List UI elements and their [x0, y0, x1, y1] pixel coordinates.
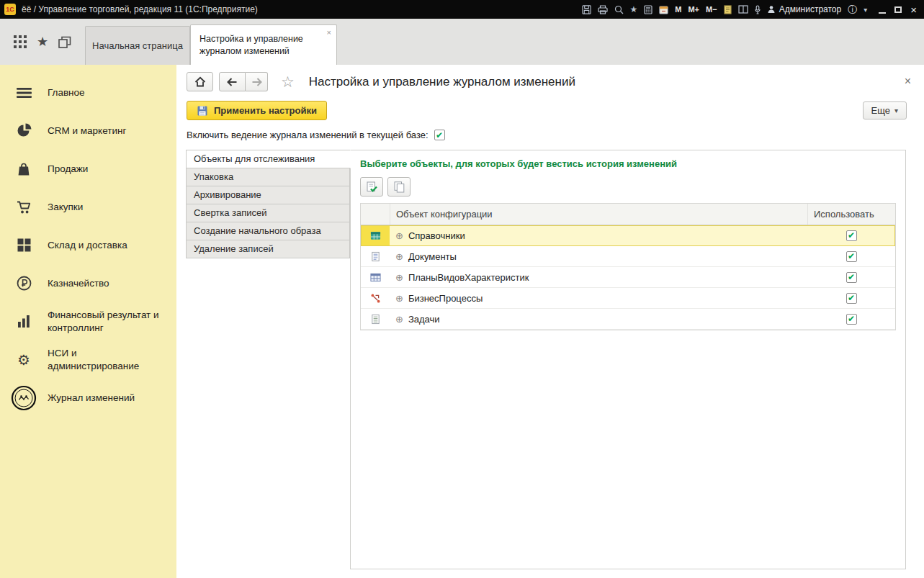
info-icon[interactable]: ⓘ — [848, 5, 857, 14]
object-label: Документы — [408, 251, 457, 262]
calendar-icon[interactable] — [659, 5, 668, 14]
sidebar-item-crm[interactable]: CRM и маркетинг — [0, 112, 176, 150]
chevron-down-icon: ▾ — [894, 107, 898, 114]
maximize-button[interactable] — [894, 6, 902, 13]
sidebar-item-main[interactable]: Главное — [0, 73, 176, 112]
catalog-icon — [361, 225, 390, 245]
app-logo-icon: 1С — [4, 4, 16, 15]
split-window-icon[interactable] — [738, 5, 748, 14]
check-all-icon — [366, 181, 378, 193]
sidebar-item-label: Главное — [48, 86, 85, 99]
memory-minus-button[interactable]: М− — [706, 5, 717, 14]
table-header: Объект конфигурации Использовать — [361, 204, 895, 225]
more-button[interactable]: Еще ▾ — [863, 101, 907, 119]
close-tab-icon[interactable]: × — [327, 27, 331, 38]
settings-tab-delete-records[interactable]: Удаление записей — [186, 240, 350, 258]
table-row-documents[interactable]: ⊕ Документы — [361, 246, 895, 267]
use-column-header[interactable]: Использовать — [807, 204, 895, 225]
form-area: × ☆ Настройка и управление журналом изме… — [176, 65, 924, 578]
minimize-button[interactable] — [879, 12, 886, 14]
sidebar-item-treasury[interactable]: Казначейство — [0, 264, 176, 302]
table-row-char-plans[interactable]: ⊕ ПланыВидовХарактеристик — [361, 267, 895, 288]
command-bar: Применить настройки Еще ▾ — [187, 101, 907, 120]
menu-icon — [0, 87, 48, 99]
save-icon[interactable] — [582, 5, 591, 14]
sidebar-item-label: НСИ и администрирование — [48, 347, 168, 372]
star-add-icon[interactable]: ★ — [630, 5, 638, 14]
current-user[interactable]: Администратор — [767, 4, 842, 14]
home-button[interactable] — [187, 72, 213, 91]
mic-icon[interactable] — [755, 5, 761, 14]
settings-tab-initial-image[interactable]: Создание начального образа — [186, 222, 350, 240]
sections-menu-icon[interactable] — [14, 35, 27, 48]
clipboard-icon[interactable] — [724, 5, 732, 14]
memory-plus-button[interactable]: М+ — [688, 5, 699, 14]
sections-sidebar: Главное CRM и маркетинг Продажи Закупки … — [0, 65, 176, 578]
shopping-cart-icon — [0, 200, 48, 215]
user-name-label: Администратор — [779, 4, 842, 14]
window-controls: × — [879, 4, 920, 15]
enable-journal-label: Включить ведение журнала изменений в тек… — [187, 130, 429, 140]
apply-settings-button[interactable]: Применить настройки — [187, 101, 327, 120]
expand-icon[interactable]: ⊕ — [395, 252, 403, 261]
calculator-icon[interactable] — [644, 5, 652, 14]
table-row-catalogs[interactable]: ⊕ Справочники — [361, 225, 895, 246]
pie-chart-icon — [0, 123, 48, 138]
use-checkbox[interactable] — [846, 314, 857, 325]
quick-panel: ★ — [0, 19, 85, 65]
uncheck-all-button[interactable] — [387, 177, 411, 197]
object-column-header[interactable]: Объект конфигурации — [390, 204, 807, 225]
titlebar: 1С ёё / Управление торговлей, редакция 1… — [0, 0, 924, 19]
forward-button[interactable] — [246, 72, 268, 91]
user-icon — [767, 5, 776, 14]
business-process-icon — [361, 288, 390, 308]
use-checkbox[interactable] — [846, 293, 857, 304]
settings-tab-packing[interactable]: Упаковка — [186, 168, 350, 186]
form-header: ☆ Настройка и управление журналом измене… — [176, 65, 924, 91]
close-window-button[interactable]: × — [910, 4, 917, 15]
table-row-tasks[interactable]: ⊕ Задачи — [361, 309, 895, 330]
expand-icon[interactable]: ⊕ — [395, 294, 403, 303]
favorite-star-icon[interactable]: ☆ — [281, 74, 295, 89]
check-all-button[interactable] — [360, 177, 383, 197]
settings-tab-archiving[interactable]: Архивирование — [186, 186, 350, 204]
print-icon[interactable] — [598, 5, 608, 14]
sidebar-item-label: Закупки — [48, 201, 83, 214]
home-icon — [194, 76, 206, 87]
expand-icon[interactable]: ⊕ — [395, 315, 403, 324]
settings-tab-objects-tracking[interactable]: Объекты для отслеживания — [186, 150, 351, 168]
apply-settings-label: Применить настройки — [214, 105, 317, 116]
table-row-business-processes[interactable]: ⊕ БизнесПроцессы — [361, 288, 895, 309]
task-icon — [361, 309, 390, 329]
sidebar-item-nsi-admin[interactable]: ⚙ НСИ и администрирование — [0, 340, 176, 379]
ruble-circle-icon — [0, 276, 48, 291]
use-checkbox[interactable] — [846, 251, 857, 262]
back-button[interactable] — [219, 72, 246, 91]
back-arrow-icon — [227, 78, 238, 86]
tab-home-page[interactable]: Начальная страница — [85, 26, 190, 65]
sidebar-item-finance[interactable]: Финансовый результат и контроллинг — [0, 302, 176, 340]
sidebar-item-change-log[interactable]: Журнал изменений — [0, 379, 176, 417]
sidebar-item-warehouse[interactable]: Склад и доставка — [0, 226, 176, 264]
favorites-icon[interactable]: ★ — [37, 35, 48, 48]
enable-journal-checkbox[interactable] — [434, 130, 445, 140]
object-label: ПланыВидовХарактеристик — [408, 272, 529, 283]
forward-arrow-icon — [251, 78, 262, 86]
search-icon[interactable] — [614, 5, 624, 14]
objects-table: Объект конфигурации Использовать ⊕ Справ… — [360, 203, 896, 330]
sidebar-item-purchases[interactable]: Закупки — [0, 188, 176, 226]
use-checkbox[interactable] — [846, 230, 857, 241]
shopping-bag-icon — [0, 162, 48, 176]
expand-icon[interactable]: ⊕ — [395, 231, 403, 240]
use-checkbox[interactable] — [846, 272, 857, 283]
chevron-down-icon[interactable]: ▾ — [864, 6, 867, 14]
page-title: Настройка и управление журналом изменени… — [309, 75, 575, 89]
change-log-logo-icon — [0, 385, 48, 411]
memory-recall-button[interactable]: М — [675, 5, 681, 14]
tab-change-log-settings[interactable]: Настройка и управление журналом изменени… — [190, 24, 337, 65]
expand-icon[interactable]: ⊕ — [395, 273, 403, 282]
settings-tab-collapse-records[interactable]: Свертка записей — [186, 204, 350, 222]
sidebar-item-sales[interactable]: Продажи — [0, 150, 176, 188]
history-icon[interactable] — [58, 36, 71, 48]
close-form-button[interactable]: × — [905, 76, 911, 87]
